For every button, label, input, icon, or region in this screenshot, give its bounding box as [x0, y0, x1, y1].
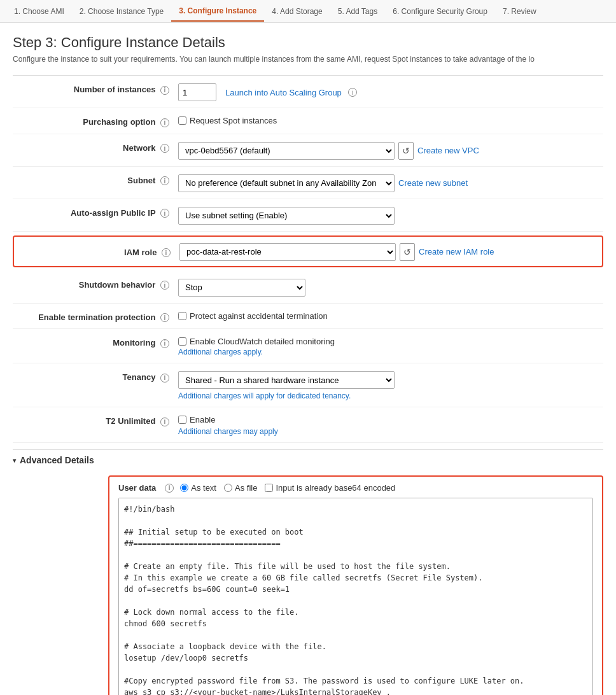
- purchasing-option-label: Purchasing option i: [13, 115, 178, 127]
- tenancy-select[interactable]: Shared - Run a shared hardware instance: [178, 371, 395, 389]
- termination-protection-checkbox-label[interactable]: Protect against accidental termination: [178, 311, 328, 321]
- shutdown-behavior-select[interactable]: Stop: [178, 279, 305, 297]
- purchasing-option-info-icon[interactable]: i: [160, 118, 169, 127]
- page-subtitle: Configure the instance to suit your requ…: [13, 55, 603, 64]
- advanced-details-header[interactable]: ▾ Advanced Details: [13, 449, 603, 470]
- wizard-step-configure-instance[interactable]: 3. Configure Instance: [171, 1, 264, 22]
- radio-as-file-label[interactable]: As file: [224, 483, 257, 493]
- iam-role-row: IAM role i poc-data-at-rest-role ↺ Creat…: [13, 235, 603, 267]
- user-data-label: User data: [118, 483, 156, 493]
- tenancy-label: Tenancy i: [13, 370, 178, 383]
- iam-role-refresh-button[interactable]: ↺: [400, 243, 415, 261]
- subnet-label: Subnet i: [13, 173, 178, 186]
- radio-as-text-label[interactable]: As text: [180, 483, 216, 493]
- configure-form: Number of instances i Launch into Auto S…: [13, 75, 603, 443]
- shutdown-behavior-info-icon[interactable]: i: [160, 281, 169, 290]
- tenancy-charges-note[interactable]: Additional charges will apply for dedica…: [178, 391, 351, 400]
- launch-auto-scaling-info-icon[interactable]: i: [348, 88, 357, 97]
- advanced-details-label: Advanced Details: [20, 455, 94, 465]
- create-subnet-link[interactable]: Create new subnet: [398, 178, 468, 188]
- number-of-instances-row: Number of instances i Launch into Auto S…: [13, 76, 603, 108]
- wizard-step-add-tags[interactable]: 5. Add Tags: [330, 2, 386, 21]
- monitoring-row: Monitoring i Enable CloudWatch detailed …: [13, 329, 603, 363]
- wizard-navigation: 1. Choose AMI 2. Choose Instance Type 3.…: [0, 0, 616, 23]
- number-of-instances-label: Number of instances i: [13, 82, 178, 95]
- monitoring-charges-link[interactable]: Additional charges apply.: [178, 348, 263, 356]
- wizard-step-add-storage[interactable]: 4. Add Storage: [264, 2, 330, 21]
- purchasing-option-row: Purchasing option i Request Spot instanc…: [13, 108, 603, 134]
- wizard-step-review[interactable]: 7. Review: [495, 2, 544, 21]
- monitoring-checkbox[interactable]: [178, 337, 186, 346]
- radio-base64-checkbox[interactable]: [265, 484, 273, 492]
- create-iam-role-link[interactable]: Create new IAM role: [419, 247, 494, 256]
- user-data-radio-group: As text As file Input is already base64 …: [180, 483, 395, 493]
- t2-unlimited-label: T2 Unlimited i: [13, 414, 178, 426]
- wizard-step-choose-ami[interactable]: 1. Choose AMI: [6, 2, 72, 21]
- advanced-details-section: ▾ Advanced Details User data i As text A…: [13, 449, 603, 695]
- request-spot-label[interactable]: Request Spot instances: [178, 116, 277, 125]
- t2-unlimited-checkbox-label[interactable]: Enable: [178, 415, 215, 425]
- t2-unlimited-charges-note[interactable]: Additional charges may apply: [178, 427, 278, 436]
- wizard-step-configure-security-group[interactable]: 6. Configure Security Group: [385, 2, 495, 21]
- request-spot-checkbox[interactable]: [178, 116, 186, 125]
- create-vpc-link[interactable]: Create new VPC: [417, 146, 479, 155]
- user-data-container: User data i As text As file Input is alr…: [108, 475, 603, 695]
- launch-auto-scaling-link[interactable]: Launch into Auto Scaling Group: [225, 88, 342, 97]
- termination-protection-info-icon[interactable]: i: [160, 313, 169, 322]
- subnet-info-icon[interactable]: i: [160, 176, 169, 185]
- subnet-select[interactable]: No preference (default subnet in any Ava…: [178, 174, 395, 192]
- number-of-instances-input[interactable]: [178, 83, 216, 101]
- network-row: Network i vpc-0ebd5567 (default) ↺ Creat…: [13, 134, 603, 167]
- page-title: Step 3: Configure Instance Details: [13, 34, 603, 51]
- monitoring-info-icon[interactable]: i: [160, 339, 169, 348]
- radio-as-text[interactable]: [180, 484, 188, 492]
- network-info-icon[interactable]: i: [160, 144, 169, 153]
- termination-protection-row: Enable termination protection i Protect …: [13, 304, 603, 330]
- monitoring-checkbox-label[interactable]: Enable CloudWatch detailed monitoring: [178, 337, 335, 346]
- advanced-details-triangle-icon: ▾: [13, 457, 16, 464]
- user-data-header: User data i As text As file Input is alr…: [118, 483, 593, 493]
- auto-assign-ip-info-icon[interactable]: i: [160, 209, 169, 218]
- number-of-instances-info-icon[interactable]: i: [160, 86, 169, 95]
- iam-role-info-icon[interactable]: i: [162, 248, 171, 257]
- tenancy-row: Tenancy i Shared - Run a shared hardware…: [13, 363, 603, 407]
- termination-protection-checkbox[interactable]: [178, 312, 186, 320]
- iam-role-label: IAM role i: [14, 245, 179, 258]
- auto-assign-ip-label: Auto-assign Public IP i: [13, 206, 178, 218]
- network-select[interactable]: vpc-0ebd5567 (default): [178, 142, 395, 160]
- shutdown-behavior-row: Shutdown behavior i Stop: [13, 271, 603, 304]
- wizard-step-choose-instance-type[interactable]: 2. Choose Instance Type: [72, 2, 172, 21]
- t2-unlimited-checkbox[interactable]: [178, 416, 186, 424]
- auto-assign-ip-select[interactable]: Use subnet setting (Enable): [178, 207, 395, 225]
- radio-as-file[interactable]: [224, 484, 232, 492]
- radio-base64-label[interactable]: Input is already base64 encoded: [265, 483, 395, 493]
- auto-assign-ip-row: Auto-assign Public IP i Use subnet setti…: [13, 199, 603, 232]
- t2-unlimited-info-icon[interactable]: i: [160, 418, 169, 426]
- network-label: Network i: [13, 141, 178, 153]
- monitoring-label: Monitoring i: [13, 335, 178, 348]
- iam-role-select[interactable]: poc-data-at-rest-role: [179, 243, 396, 261]
- tenancy-info-icon[interactable]: i: [160, 374, 169, 383]
- user-data-textarea[interactable]: [118, 498, 593, 695]
- user-data-info-icon[interactable]: i: [165, 484, 174, 493]
- t2-unlimited-row: T2 Unlimited i Enable Additional charges…: [13, 407, 603, 443]
- network-refresh-button[interactable]: ↺: [398, 142, 414, 160]
- termination-protection-label: Enable termination protection i: [13, 310, 178, 323]
- subnet-row: Subnet i No preference (default subnet i…: [13, 167, 603, 199]
- shutdown-behavior-label: Shutdown behavior i: [13, 277, 178, 290]
